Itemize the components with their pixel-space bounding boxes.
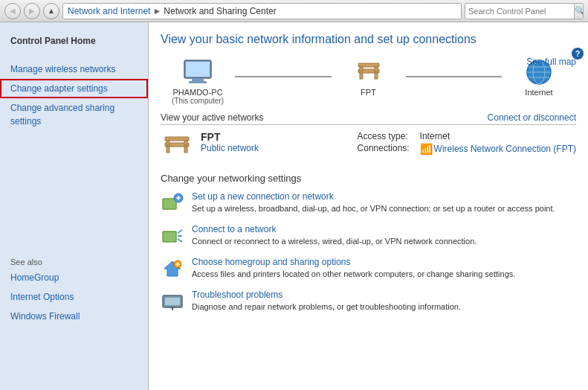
breadcrumb-sharing-center: Network and Sharing Center [164, 6, 276, 16]
sidebar-item-internet-options[interactable]: Internet Options [0, 287, 148, 307]
svg-rect-20 [184, 147, 187, 153]
svg-rect-19 [167, 147, 169, 153]
sidebar-item-manage-wireless[interactable]: Manage wireless networks [0, 60, 148, 79]
svg-rect-5 [358, 63, 379, 67]
svg-rect-16 [165, 137, 189, 141]
access-type-label: Access type: [358, 131, 417, 141]
svg-rect-3 [189, 81, 207, 83]
connect-network-icon [161, 224, 184, 248]
computer-sublabel: (This computer) [172, 97, 224, 105]
setting-connect-network-link[interactable]: Connect to a network [192, 224, 576, 234]
main-layout: Control Panel Home Manage wireless netwo… [0, 22, 588, 390]
search-box[interactable]: 🔍 [465, 3, 584, 19]
line-2b [453, 76, 502, 77]
see-also-label: See also [0, 250, 148, 268]
sidebar-item-windows-firewall[interactable]: Windows Firewall [0, 307, 148, 326]
page-title: View your basic network information and … [161, 33, 576, 46]
sidebar-home-link[interactable]: Control Panel Home [0, 31, 148, 51]
setting-new-connection-link[interactable]: Set up a new connection or network [192, 191, 576, 202]
svg-rect-2 [192, 78, 204, 81]
setting-troubleshoot-text: Troubleshoot problems Diagnose and repai… [192, 290, 576, 313]
back-button[interactable]: ◀ [4, 3, 21, 19]
setting-connect-network-desc: Connect or reconnect to a wireless, wire… [192, 237, 476, 246]
breadcrumb-sep: ► [152, 6, 161, 16]
search-input[interactable] [465, 7, 574, 16]
setting-homegroup-link[interactable]: Choose homegroup and sharing options [192, 257, 576, 267]
new-connection-icon [161, 191, 184, 215]
setting-new-connection-text: Set up a new connection or network Set u… [192, 191, 576, 214]
net-node-fpt: FPT [332, 57, 406, 97]
connections-row: Connections: 📶 Wireless Network Connecti… [358, 143, 576, 155]
connections-label: Connections: [358, 143, 417, 155]
fpt-label: FPT [361, 88, 376, 97]
line-1b [283, 76, 332, 77]
network-info: FPT Public network [201, 131, 350, 153]
up-button[interactable]: ▲ [43, 3, 59, 19]
svg-rect-1 [186, 62, 210, 77]
sidebar-item-change-sharing[interactable]: Change advanced sharing settings [0, 98, 148, 131]
setting-connect-network: Connect to a network Connect or reconnec… [161, 224, 576, 248]
search-submit-icon[interactable]: 🔍 [574, 3, 584, 19]
network-details: Access type: Internet Connections: 📶 Wir… [358, 131, 576, 156]
svg-rect-9 [375, 73, 378, 79]
setting-connect-network-text: Connect to a network Connect or reconnec… [192, 224, 576, 247]
setting-homegroup-sharing: Choose homegroup and sharing options Acc… [161, 257, 576, 281]
see-full-map-link[interactable]: See full map [526, 57, 576, 67]
title-bar: ◀ ▶ ▲ Network and Internet ► Network and… [0, 0, 588, 22]
svg-rect-7 [375, 67, 378, 71]
setting-new-connection: Set up a new connection or network Set u… [161, 191, 576, 215]
line-1 [235, 76, 283, 77]
troubleshoot-icon [161, 290, 184, 313]
access-type-row: Access type: Internet [358, 131, 576, 141]
fpt-network-icon [161, 131, 193, 164]
line-2 [406, 76, 454, 77]
svg-rect-34 [165, 298, 180, 305]
svg-rect-25 [163, 231, 176, 242]
setting-troubleshoot-desc: Diagnose and repair network problems, or… [192, 302, 461, 311]
homegroup-sharing-icon [161, 257, 184, 281]
network-name: FPT [201, 131, 350, 143]
svg-rect-17 [167, 141, 169, 145]
active-network-row: FPT Public network Access type: Internet… [161, 131, 576, 164]
setting-troubleshoot-link[interactable]: Troubleshoot problems [192, 290, 576, 300]
change-settings-title: Change your networking settings [161, 173, 576, 184]
bench-icon [351, 57, 387, 88]
connect-disconnect-link[interactable]: Connect or disconnect [488, 112, 576, 123]
svg-line-28 [178, 239, 182, 242]
computer-label: PHAMDO-PC [172, 88, 222, 97]
svg-rect-8 [360, 73, 363, 79]
access-type-value: Internet [420, 131, 450, 141]
setting-homegroup-desc: Access files and printers located on oth… [192, 269, 515, 278]
network-diagram: PHAMDO-PC (This computer) [161, 57, 576, 105]
setting-troubleshoot: Troubleshoot problems Diagnose and repai… [161, 290, 576, 313]
forward-button[interactable]: ▶ [24, 3, 40, 19]
sidebar-item-change-adapter[interactable]: Change adapter settings [0, 79, 148, 98]
internet-label: Internet [525, 88, 552, 97]
svg-line-26 [178, 230, 182, 233]
sidebar-item-homegroup[interactable]: HomeGroup [0, 268, 148, 287]
active-networks-header: View your active networks Connect or dis… [161, 112, 576, 125]
active-networks-title: View your active networks [161, 112, 264, 123]
setting-homegroup-text: Choose homegroup and sharing options Acc… [192, 257, 576, 280]
svg-rect-6 [360, 67, 363, 71]
svg-rect-18 [184, 141, 187, 145]
computer-icon [180, 57, 216, 88]
breadcrumb-network-internet[interactable]: Network and Internet [68, 6, 150, 16]
setting-new-connection-desc: Set up a wireless, broadband, dial-up, a… [192, 204, 555, 213]
signal-icon: 📶 [420, 143, 433, 155]
net-node-computer: PHAMDO-PC (This computer) [161, 57, 235, 105]
breadcrumb[interactable]: Network and Internet ► Network and Shari… [62, 3, 462, 19]
sidebar: Control Panel Home Manage wireless netwo… [0, 22, 149, 390]
content-area: ? View your basic network information an… [149, 22, 588, 390]
network-type-link[interactable]: Public network [201, 143, 350, 153]
connections-link[interactable]: Wireless Network Connection (FPT) [434, 144, 576, 154]
